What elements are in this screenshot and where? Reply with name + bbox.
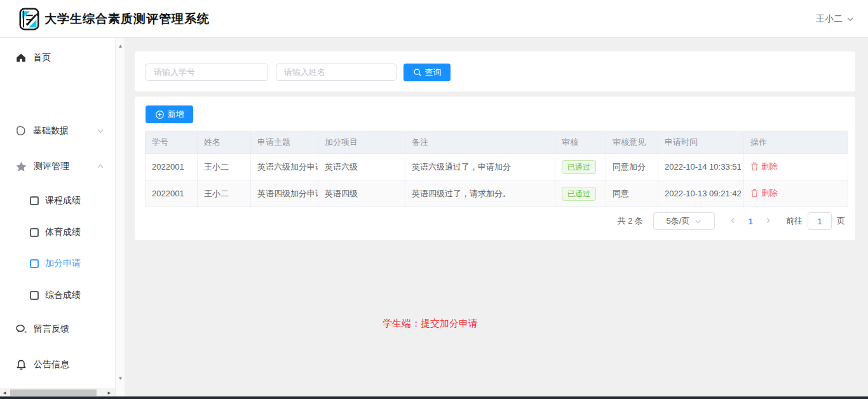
sidebar: 首页 基础数据 测评管理 课程成绩 体育成绩 xyxy=(0,38,115,388)
delete-button-label: 删除 xyxy=(761,187,778,199)
sidebar-item-home[interactable]: 首页 xyxy=(0,45,115,71)
search-panel: 查询 xyxy=(135,51,855,91)
table-row: 2022001 王小二 英语四级加分申请 英语四级 英语四级过了，请求加分。 已… xyxy=(146,180,848,207)
chevron-right-icon xyxy=(764,217,772,224)
goto-page-input[interactable] xyxy=(808,212,832,230)
sidebar-item-evaluation[interactable]: 测评管理 xyxy=(0,154,115,179)
cell-student-id: 2022001 xyxy=(146,180,198,207)
cell-name: 王小二 xyxy=(198,154,251,180)
cell-student-id: 2022001 xyxy=(146,154,198,180)
name-input[interactable] xyxy=(276,64,397,81)
home-icon xyxy=(15,52,27,64)
col-header: 操作 xyxy=(744,132,848,154)
col-header: 姓名 xyxy=(198,132,251,154)
sidebar-item-announcements[interactable]: 公告信息 xyxy=(0,352,115,377)
cell-remark: 英语四级过了，请求加分。 xyxy=(405,180,555,207)
sidebar-item-basic-data[interactable]: 基础数据 xyxy=(0,118,115,144)
col-header: 审核意见 xyxy=(606,132,658,154)
chevron-down-icon xyxy=(97,127,104,135)
sidebar-item-label: 课程成绩 xyxy=(45,195,81,206)
trash-icon xyxy=(750,162,759,171)
page-number[interactable]: 1 xyxy=(742,217,759,226)
app-logo-icon xyxy=(17,7,41,31)
plus-circle-icon xyxy=(155,110,165,119)
pagination-total: 共 2 条 xyxy=(618,215,643,227)
cell-time: 2022-10-13 09:21:42 xyxy=(658,180,744,207)
sidebar-item-label: 基础数据 xyxy=(33,125,69,137)
window-bottom-edge xyxy=(0,396,868,399)
star-icon xyxy=(15,161,27,173)
user-name: 王小二 xyxy=(816,13,843,25)
cell-subject: 英语四级加分申请 xyxy=(251,180,318,207)
chevron-down-icon xyxy=(695,218,702,225)
scroll-down-icon[interactable]: ▼ xyxy=(116,374,125,383)
status-badge: 已通过 xyxy=(562,160,596,174)
main-content: 查询 新增 学号 xyxy=(125,38,868,396)
sidebar-item-label: 综合成绩 xyxy=(45,290,81,301)
page-title: 大学生综合素质测评管理系统 xyxy=(44,11,210,27)
sidebar-item-course-scores[interactable]: 课程成绩 xyxy=(0,188,115,213)
cell-item: 英语四级 xyxy=(318,180,405,207)
sidebar-item-comprehensive-scores[interactable]: 综合成绩 xyxy=(0,283,115,308)
applications-table: 学号 姓名 申请主题 加分项目 备注 审核 审核意见 申请时间 操作 20220… xyxy=(145,131,848,207)
add-button-label: 新增 xyxy=(168,109,184,120)
app-root: 大学生综合素质测评管理系统 王小二 首页 基础数据 xyxy=(0,0,868,399)
square-icon xyxy=(30,259,39,268)
sidebar-item-label: 加分申请 xyxy=(45,258,81,269)
sidebar-item-sports-scores[interactable]: 体育成绩 xyxy=(0,220,115,245)
delete-button-label: 删除 xyxy=(761,161,778,172)
sidebar-item-label: 公告信息 xyxy=(34,359,69,370)
delete-button[interactable]: 删除 xyxy=(750,187,778,199)
student-id-input[interactable] xyxy=(146,64,268,81)
app-header: 大学生综合素质测评管理系统 王小二 xyxy=(0,0,868,38)
cell-item: 英语六级 xyxy=(318,154,405,180)
prev-page-button[interactable] xyxy=(724,217,742,226)
col-header: 审核 xyxy=(555,132,606,154)
cell-opinion: 同意加分 xyxy=(606,154,658,180)
delete-button[interactable]: 删除 xyxy=(750,161,778,172)
trash-icon xyxy=(750,189,759,198)
status-badge: 已通过 xyxy=(562,187,596,201)
table-panel: 新增 学号 姓名 申请主题 加分项目 备注 审核 审核意见 xyxy=(135,97,855,240)
sidebar-item-label: 体育成绩 xyxy=(45,227,81,238)
cell-name: 王小二 xyxy=(198,180,251,207)
page-word: 页 xyxy=(837,215,845,227)
scroll-up-icon[interactable]: ▲ xyxy=(116,42,125,51)
query-button[interactable]: 查询 xyxy=(403,64,451,81)
user-menu[interactable]: 王小二 xyxy=(816,0,854,38)
cell-remark: 英语六级通过了，申请加分 xyxy=(405,154,555,180)
chevron-up-icon xyxy=(97,163,104,170)
scrollbar-thumb[interactable] xyxy=(10,389,97,396)
pagination: 共 2 条 5条/页 1 前往 xyxy=(618,212,845,230)
sidebar-horizontal-scrollbar[interactable]: ◄ ► xyxy=(0,388,115,397)
table-header-row: 学号 姓名 申请主题 加分项目 备注 审核 审核意见 申请时间 操作 xyxy=(146,132,848,154)
sidebar-item-label: 测评管理 xyxy=(34,161,69,172)
col-header: 申请时间 xyxy=(658,132,744,154)
square-icon xyxy=(30,196,39,205)
chevron-down-icon xyxy=(846,15,854,23)
cell-time: 2022-10-14 10:33:51 xyxy=(658,154,744,180)
chat-icon xyxy=(15,323,27,335)
page-size-value: 5条/页 xyxy=(667,215,690,227)
student-note-text: 学生端：提交加分申请 xyxy=(383,318,478,330)
col-header: 申请主题 xyxy=(251,132,318,154)
query-button-label: 查询 xyxy=(425,67,442,78)
scroll-left-icon[interactable]: ◄ xyxy=(0,390,9,396)
col-header: 加分项目 xyxy=(318,132,405,154)
next-page-button[interactable] xyxy=(759,217,777,226)
col-header: 备注 xyxy=(405,132,555,154)
cell-subject: 英语六级加分申请 xyxy=(251,154,318,180)
bell-icon xyxy=(15,359,27,371)
scroll-right-icon[interactable]: ► xyxy=(105,390,114,396)
sidebar-item-feedback[interactable]: 留言反馈 xyxy=(0,316,115,342)
goto-label: 前往 xyxy=(786,215,803,227)
cell-opinion: 同意 xyxy=(606,180,658,207)
document-icon xyxy=(15,125,27,137)
sidebar-vertical-scrollbar[interactable]: ▲ ▼ xyxy=(115,38,125,397)
sidebar-item-label: 首页 xyxy=(33,52,51,64)
col-header: 学号 xyxy=(146,132,198,154)
square-icon xyxy=(30,291,39,300)
add-button[interactable]: 新增 xyxy=(146,105,193,123)
page-size-select[interactable]: 5条/页 xyxy=(653,212,715,230)
sidebar-item-bonus-application[interactable]: 加分申请 xyxy=(0,251,115,276)
